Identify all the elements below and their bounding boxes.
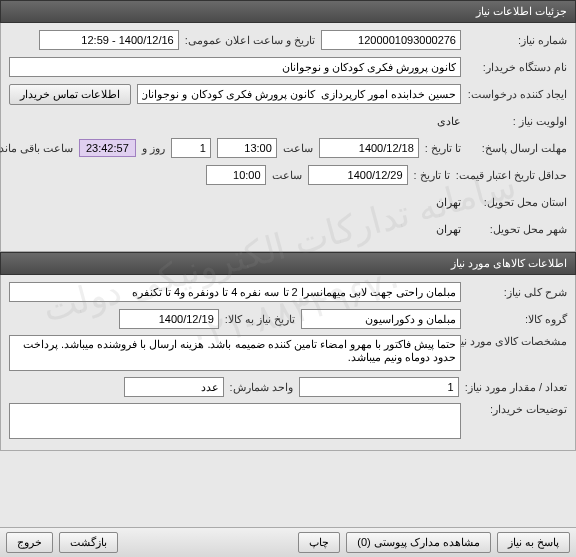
section-header-need-details: جزئیات اطلاعات نیاز — [0, 0, 576, 23]
attachments-button[interactable]: مشاهده مدارک پیوستی (0) — [346, 532, 491, 553]
spec-label: مشخصات کالای مورد نیاز: — [467, 335, 567, 348]
buyer-notes-textarea[interactable] — [9, 403, 461, 439]
remaining-text: ساعت باقی مانده — [0, 142, 73, 155]
announce-label: تاریخ و ساعت اعلان عمومی: — [185, 34, 315, 47]
need-number-input[interactable] — [321, 30, 461, 50]
need-details-content: شماره نیاز: تاریخ و ساعت اعلان عمومی: نا… — [0, 23, 576, 252]
time-label-1: ساعت — [283, 142, 313, 155]
city-label: شهر محل تحویل: — [467, 223, 567, 236]
unit-input[interactable] — [124, 377, 224, 397]
group-label: گروه کالا: — [467, 313, 567, 326]
to-date-label-2: تا تاریخ : — [414, 169, 450, 182]
qty-label: تعداد / مقدار مورد نیاز: — [465, 381, 567, 394]
buyer-input[interactable] — [9, 57, 461, 77]
deadline-time-input[interactable] — [217, 138, 277, 158]
desc-label: شرح کلی نیاز: — [467, 286, 567, 299]
state-label: استان محل تحویل: — [467, 196, 567, 209]
group-input[interactable] — [301, 309, 461, 329]
time-label-2: ساعت — [272, 169, 302, 182]
unit-label: واحد شمارش: — [230, 381, 293, 394]
goods-info-content: شرح کلی نیاز: گروه کالا: تاریخ نیاز به ک… — [0, 275, 576, 451]
requester-label: ایجاد کننده درخواست: — [467, 88, 567, 101]
priority-value: عادی — [437, 115, 461, 128]
back-button[interactable]: بازگشت — [59, 532, 118, 553]
state-value: تهران — [436, 196, 461, 209]
requester-input[interactable] — [137, 84, 461, 104]
to-date-label-1: تا تاریخ : — [425, 142, 461, 155]
days-text: روز و — [142, 142, 165, 155]
spec-textarea[interactable] — [9, 335, 461, 371]
deadline-label: مهلت ارسال پاسخ: — [467, 142, 567, 155]
need-date-label: تاریخ نیاز به کالا: — [225, 313, 295, 326]
print-button[interactable]: چاپ — [298, 532, 340, 553]
remaining-time-display: 23:42:57 — [79, 139, 136, 157]
validity-label: حداقل تاریخ اعتبار قیمت: — [456, 169, 567, 182]
contact-buyer-button[interactable]: اطلاعات تماس خریدار — [9, 84, 131, 105]
announce-input[interactable] — [39, 30, 179, 50]
section-header-goods-info: اطلاعات کالاهای مورد نیاز — [0, 252, 576, 275]
need-number-label: شماره نیاز: — [467, 34, 567, 47]
remain-days-input — [171, 138, 211, 158]
desc-input[interactable] — [9, 282, 461, 302]
priority-label: اولویت نیاز : — [467, 115, 567, 128]
respond-button[interactable]: پاسخ به نیاز — [497, 532, 570, 553]
validity-time-input[interactable] — [206, 165, 266, 185]
validity-date-input[interactable] — [308, 165, 408, 185]
qty-input[interactable] — [299, 377, 459, 397]
footer-toolbar: پاسخ به نیاز مشاهده مدارک پیوستی (0) چاپ… — [0, 527, 576, 557]
city-value: تهران — [436, 223, 461, 236]
buyer-notes-label: توضیحات خریدار: — [467, 403, 567, 416]
exit-button[interactable]: خروج — [6, 532, 53, 553]
need-date-input[interactable] — [119, 309, 219, 329]
buyer-label: نام دستگاه خریدار: — [467, 61, 567, 74]
deadline-date-input[interactable] — [319, 138, 419, 158]
